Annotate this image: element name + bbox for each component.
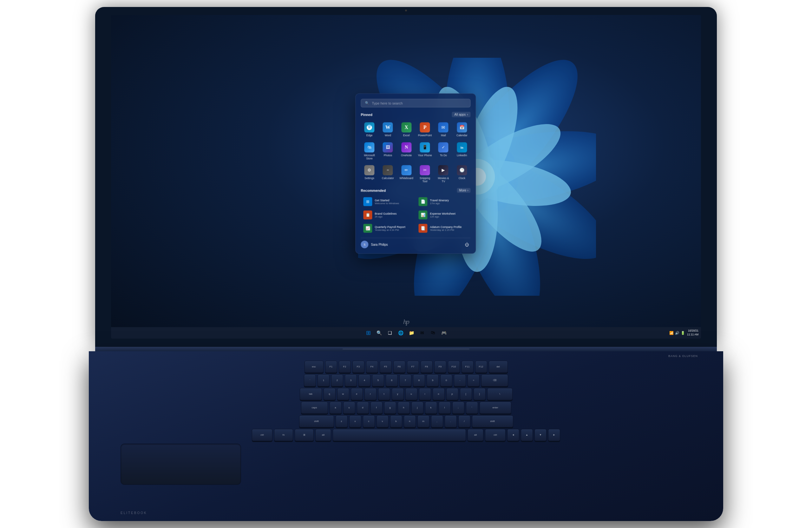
key-comma[interactable]: ,	[431, 415, 443, 427]
key-t[interactable]: t	[378, 388, 390, 400]
taskbar-store[interactable]: 🛍	[428, 328, 438, 338]
key-tab[interactable]: tab	[300, 388, 322, 400]
key-v[interactable]: v	[377, 415, 389, 427]
start-button[interactable]: ⊞	[363, 328, 373, 338]
key-arrow-up[interactable]: ▲	[521, 429, 533, 441]
key-capslock[interactable]: caps	[301, 402, 328, 414]
key-f1[interactable]: F1	[325, 361, 337, 373]
key-fn[interactable]: fn	[274, 429, 293, 441]
key-equals[interactable]: =	[467, 374, 480, 386]
search-placeholder[interactable]: Type here to search	[372, 101, 403, 105]
app-store[interactable]: 🛍 Microsoft Store	[361, 140, 378, 162]
key-backtick[interactable]: `	[304, 374, 316, 386]
search-bar[interactable]: 🔍 Type here to search	[361, 99, 470, 108]
user-info[interactable]: S Sara Philips	[361, 241, 388, 248]
key-arrow-right[interactable]: ►	[548, 429, 560, 441]
key-space[interactable]	[333, 429, 466, 441]
clock-display[interactable]: 10/20/21 11:11 AM	[687, 329, 698, 337]
taskbar-search[interactable]: 🔍	[374, 328, 384, 338]
key-arrow-down[interactable]: ▼	[535, 429, 547, 441]
key-n[interactable]: n	[404, 415, 416, 427]
key-h[interactable]: h	[398, 402, 410, 414]
key-z[interactable]: z	[336, 415, 348, 427]
key-o[interactable]: o	[433, 388, 445, 400]
app-onenote[interactable]: N OneNote	[398, 140, 415, 162]
key-shift-right[interactable]: shift	[472, 415, 513, 427]
key-k[interactable]: k	[425, 402, 437, 414]
app-mail[interactable]: ✉ Mail	[435, 120, 452, 139]
key-f3[interactable]: F3	[352, 361, 364, 373]
key-win[interactable]: ⊞	[295, 429, 314, 441]
key-semicolon[interactable]: ;	[452, 402, 464, 414]
key-g[interactable]: g	[384, 402, 396, 414]
key-period[interactable]: .	[445, 415, 457, 427]
app-word[interactable]: W Word	[379, 120, 396, 139]
power-button[interactable]: ⏻	[463, 241, 470, 248]
taskbar-edge[interactable]: 🌐	[396, 328, 405, 338]
key-quote[interactable]: '	[466, 402, 478, 414]
key-arrow-left[interactable]: ◄	[507, 429, 519, 441]
key-9[interactable]: 9	[426, 374, 439, 386]
app-powerpoint[interactable]: P PowerPoint	[416, 120, 433, 139]
app-todo[interactable]: ✓ To Do	[435, 140, 452, 162]
taskbar-taskview[interactable]: ❑	[385, 328, 395, 338]
key-f11[interactable]: F11	[462, 361, 474, 373]
key-f4[interactable]: F4	[366, 361, 378, 373]
key-f7[interactable]: F7	[407, 361, 419, 373]
key-5[interactable]: 5	[372, 374, 384, 386]
app-linkedin[interactable]: in LinkedIn	[453, 140, 470, 162]
key-ctrl-left[interactable]: ctrl	[252, 429, 273, 441]
key-c[interactable]: c	[363, 415, 375, 427]
key-lbracket[interactable]: [	[460, 388, 472, 400]
key-7[interactable]: 7	[399, 374, 411, 386]
key-f8[interactable]: F8	[421, 361, 433, 373]
key-shift-left[interactable]: shift	[299, 415, 334, 427]
app-edge[interactable]: Edge	[361, 120, 378, 139]
app-calendar[interactable]: 📅 Calendar	[453, 120, 470, 139]
key-f5[interactable]: F5	[380, 361, 392, 373]
app-clock[interactable]: 🕐 Clock	[453, 163, 470, 185]
app-movies[interactable]: ▶ Movies & TV	[435, 163, 452, 185]
taskbar-mail[interactable]: ✉	[417, 328, 427, 338]
key-f10[interactable]: F10	[448, 361, 460, 373]
rec-get-started[interactable]: ⊞ Get Started Welcome to Windows	[361, 196, 415, 208]
key-8[interactable]: 8	[413, 374, 425, 386]
key-f2[interactable]: F2	[339, 361, 351, 373]
key-a[interactable]: a	[330, 402, 342, 414]
key-j[interactable]: j	[411, 402, 423, 414]
key-s[interactable]: s	[343, 402, 355, 414]
app-settings[interactable]: ⚙ Settings	[361, 163, 378, 185]
key-f6[interactable]: F6	[393, 361, 405, 373]
key-f12[interactable]: F12	[475, 361, 487, 373]
key-del[interactable]: del	[489, 361, 508, 373]
key-4[interactable]: 4	[359, 374, 371, 386]
key-backslash[interactable]: \	[487, 388, 512, 400]
key-u[interactable]: u	[405, 388, 417, 400]
key-q[interactable]: q	[323, 388, 336, 400]
key-esc[interactable]: esc	[304, 361, 323, 373]
app-snipping[interactable]: ✂ Snipping Tool	[416, 163, 433, 185]
key-p[interactable]: p	[446, 388, 458, 400]
key-slash[interactable]: /	[458, 415, 470, 427]
rec-adatum[interactable]: 📑 Adatum Company Profile Yesterday at 1:…	[416, 222, 470, 235]
key-i[interactable]: i	[419, 388, 431, 400]
touchpad[interactable]	[120, 444, 241, 485]
key-e[interactable]: e	[351, 388, 363, 400]
key-backspace[interactable]: ⌫	[481, 374, 508, 386]
key-r[interactable]: r	[364, 388, 377, 400]
key-f[interactable]: f	[371, 402, 382, 414]
rec-expense-worksheet[interactable]: 📊 Expense Worksheet 12h ago	[416, 209, 470, 222]
key-2[interactable]: 2	[331, 374, 343, 386]
key-3[interactable]: 3	[345, 374, 357, 386]
key-6[interactable]: 6	[386, 374, 398, 386]
taskbar-file-explorer[interactable]: 📁	[407, 328, 416, 338]
key-f9[interactable]: F9	[434, 361, 446, 373]
key-y[interactable]: y	[392, 388, 404, 400]
taskbar-xbox[interactable]: 🎮	[439, 328, 449, 338]
key-enter[interactable]: enter	[480, 402, 511, 414]
app-yourphone[interactable]: 📱 Your Phone	[416, 140, 433, 162]
rec-travel-itinerary[interactable]: 📄 Travel Itinerary 17m ago	[416, 196, 470, 208]
all-apps-button[interactable]: All apps ›	[452, 112, 470, 117]
app-excel[interactable]: X Excel	[398, 120, 415, 139]
key-rbracket[interactable]: ]	[474, 388, 485, 400]
